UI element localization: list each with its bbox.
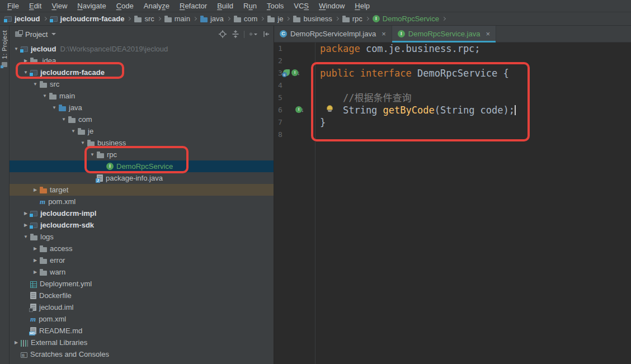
folder-icon [40, 271, 47, 276]
editor-tab-demorpcserviceimpl.java[interactable]: CDemoRpcServiceImpl.java× [274, 26, 392, 42]
hide-panel-icon[interactable] [262, 30, 270, 39]
tree-item-label: access [50, 244, 72, 253]
expand-arrow-icon[interactable]: ▶ [31, 270, 40, 275]
menu-item-build[interactable]: Build [212, 2, 238, 10]
tree-item-logs[interactable]: ▼logs [10, 231, 274, 243]
close-tab-icon[interactable]: × [382, 30, 386, 38]
tree-item-label: External Libraries [31, 338, 87, 347]
expand-arrow-icon[interactable]: ▶ [21, 58, 30, 63]
tree-item-demorpcservice[interactable]: IDemoRpcService [10, 160, 274, 172]
project-tool-window-tab[interactable]: 1: Project [1, 30, 8, 59]
collapse-all-icon[interactable] [231, 30, 239, 39]
tree-item-java[interactable]: ▼java [10, 102, 274, 114]
tree-item-business[interactable]: ▼business [10, 137, 274, 149]
collapse-arrow-icon[interactable]: ▼ [50, 105, 59, 110]
breadcrumb-item-main[interactable]: main [164, 15, 190, 23]
tree-item-label: jecloudcrm-sdk [40, 221, 94, 229]
menu-item-help[interactable]: Help [350, 2, 375, 10]
breadcrumb-item-src[interactable]: src [134, 15, 154, 23]
tree-item-jecloudcrm-facade[interactable]: ▼jecloudcrm-facade [10, 67, 274, 78]
tree-item-pom.xml[interactable]: mpom.xml [10, 313, 274, 325]
editor-tab-demorpcservice.java[interactable]: IDemoRpcService.java× [392, 26, 496, 42]
collapse-arrow-icon[interactable]: ▼ [78, 140, 87, 145]
tree-item-readme.md[interactable]: README.md [10, 325, 274, 337]
breadcrumb-item-java[interactable]: java [200, 15, 224, 23]
code-line-4 [320, 79, 631, 92]
menu-item-view[interactable]: View [46, 2, 72, 10]
implemented-leaf-icon[interactable] [283, 69, 290, 76]
tree-item-jecloudcrm-sdk[interactable]: ▶jecloudcrm-sdk [10, 219, 274, 231]
breadcrumb-item-demorpcservice[interactable]: IDemoRpcService [373, 15, 439, 23]
tree-item-access[interactable]: ▶access [10, 243, 274, 254]
interface-icon: I [398, 30, 405, 37]
module-icon [4, 16, 12, 22]
menu-item-navigate[interactable]: Navigate [72, 2, 111, 10]
collapse-arrow-icon[interactable]: ▼ [88, 152, 97, 157]
tree-item-deployment.yml[interactable]: Deployment.yml [10, 278, 274, 290]
locate-icon[interactable] [218, 30, 227, 39]
chevron-right-icon [365, 17, 369, 21]
tree-item-target[interactable]: ▶target [10, 184, 274, 196]
folder-icon [87, 141, 95, 146]
code-editor[interactable]: package com.je.business.rpc;public inter… [320, 42, 631, 141]
tree-item-error[interactable]: ▶error [10, 254, 274, 266]
menu-item-tools[interactable]: Tools [262, 2, 289, 10]
breadcrumb-item-je[interactable]: je [267, 15, 283, 23]
expand-arrow-icon[interactable]: ▶ [12, 340, 21, 345]
line-number: 4 [278, 79, 282, 92]
collapse-arrow-icon[interactable]: ▼ [40, 93, 49, 98]
menu-item-code[interactable]: Code [111, 2, 139, 10]
interface-icon: I [106, 163, 114, 170]
gutter-marks-line-3: I↓ [283, 69, 300, 76]
menu-item-analyze[interactable]: Analyze [139, 2, 175, 10]
collapse-arrow-icon[interactable]: ▼ [69, 129, 78, 134]
close-tab-icon[interactable]: × [486, 30, 490, 38]
collapse-arrow-icon[interactable]: ▼ [59, 117, 68, 122]
breadcrumb-item-jecloud[interactable]: jecloud [4, 15, 40, 23]
tree-item-.idea[interactable]: ▶.idea [10, 55, 274, 67]
tree-item-main[interactable]: ▼main [10, 90, 274, 102]
tree-item-label: src [50, 80, 59, 88]
menu-item-edit[interactable]: Edit [24, 2, 46, 10]
module-icon [30, 211, 37, 216]
project-path-label: D:\WorkspanceIDEA2019\jecloud [60, 45, 168, 53]
tree-item-com[interactable]: ▼com [10, 114, 274, 125]
collapse-arrow-icon[interactable]: ▼ [21, 234, 30, 239]
tree-item-external-libraries[interactable]: ▶External Libraries [10, 337, 274, 348]
breadcrumb-item-business[interactable]: business [293, 15, 332, 23]
expand-arrow-icon[interactable]: ▶ [31, 246, 40, 251]
tree-item-je[interactable]: ▼je [10, 125, 274, 137]
menu-item-file[interactable]: File [2, 2, 24, 10]
code-line-3: public interface DemoRpcService { [320, 67, 631, 79]
tree-item-dockerfile[interactable]: Dockerfile [10, 290, 274, 301]
code-line-8 [320, 129, 631, 141]
tree-item-package-info.java[interactable]: package-info.java [10, 172, 274, 184]
markdown-file-icon [30, 327, 36, 334]
tree-item-pom.xml[interactable]: mpom.xml [10, 196, 274, 207]
menu-item-vcs[interactable]: VCS [289, 2, 314, 10]
source-folder-icon [59, 106, 66, 111]
tree-item-jecloud.iml[interactable]: jecloud.iml [10, 301, 274, 313]
menu-item-run[interactable]: Run [238, 2, 262, 10]
text-caret [515, 105, 516, 115]
source-folder-icon [200, 17, 208, 22]
expand-arrow-icon[interactable]: ▶ [31, 187, 40, 192]
menu-item-refactor[interactable]: Refactor [175, 2, 212, 10]
breadcrumb-item-jecloudcrm-facade[interactable]: jecloudcrm-facade [50, 15, 125, 23]
menu-item-window[interactable]: Window [314, 2, 350, 10]
breadcrumb-item-rpc[interactable]: rpc [342, 15, 362, 23]
breadcrumb-item-com[interactable]: com [234, 15, 258, 23]
tree-item-scratches-and-consoles[interactable]: Scratches and Consoles [10, 348, 274, 360]
tree-item-src[interactable]: ▼src [10, 78, 274, 90]
chevron-right-icon [335, 17, 339, 21]
tree-item-warn[interactable]: ▶warn [10, 266, 274, 278]
collapse-arrow-icon[interactable]: ▼ [31, 82, 40, 87]
chevron-right-icon [442, 17, 446, 21]
expand-arrow-icon[interactable]: ▶ [31, 258, 40, 263]
tree-item-jecloudcrm-impl[interactable]: ▶jecloudcrm-impl [10, 207, 274, 219]
tree-item-jecloud[interactable]: ▼jecloudD:\WorkspanceIDEA2019\jecloud [10, 43, 274, 55]
tree-item-rpc[interactable]: ▼rpc [10, 149, 274, 160]
project-view-selector[interactable]: Project [25, 30, 48, 39]
settings-gear-icon[interactable] [249, 30, 257, 39]
editor-tab-bar: CDemoRpcServiceImpl.java×IDemoRpcService… [274, 26, 631, 42]
